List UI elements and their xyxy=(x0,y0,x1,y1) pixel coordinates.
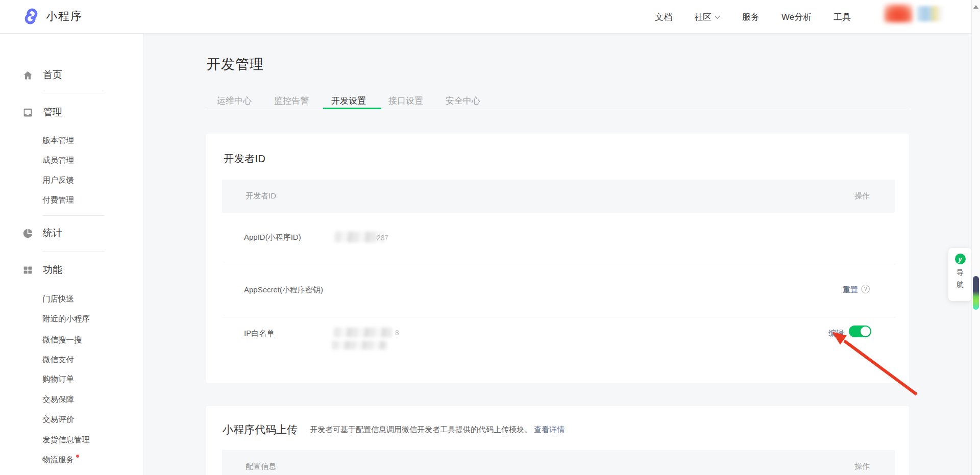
sidebar-divider xyxy=(42,215,105,216)
nav-tools[interactable]: 工具 xyxy=(834,11,851,23)
sidebar-item-logistics[interactable]: 物流服务 xyxy=(42,454,79,465)
developer-table-header: 开发者ID 操作 xyxy=(222,180,895,213)
ip-value-line1-redacted xyxy=(334,328,392,337)
miniprogram-logo-icon xyxy=(22,8,40,25)
code-upload-card: 小程序代码上传 开发者可基于配置信息调用微信开发者工具提供的代码上传模块。 查看… xyxy=(206,406,909,475)
sidebar-item-trade-review[interactable]: 交易评价 xyxy=(42,414,74,425)
tab-monitor-alerts[interactable]: 监控告警 xyxy=(274,95,309,107)
developer-id-title: 开发者ID xyxy=(224,152,266,166)
chevron-down-icon xyxy=(715,16,720,19)
sidebar-item-wechat-search[interactable]: 微信搜一搜 xyxy=(42,334,82,345)
tab-security-center[interactable]: 安全中心 xyxy=(446,95,480,107)
sidebar-item-store-delivery[interactable]: 门店快送 xyxy=(42,293,74,305)
top-nav: 文档 社区 服务 We分析 工具 xyxy=(655,0,851,34)
nav-docs[interactable]: 文档 xyxy=(655,11,672,23)
scrollbar-thumb[interactable] xyxy=(973,276,979,310)
sidebar-item-features[interactable]: 功能 xyxy=(22,264,62,276)
tab-api-settings[interactable]: 接口设置 xyxy=(388,95,423,107)
code-upload-title-row: 小程序代码上传 开发者可基于配置信息调用微信开发者工具提供的代码上传模块。 查看… xyxy=(223,422,565,437)
sidebar-divider xyxy=(42,252,105,252)
reset-link[interactable]: 重置 xyxy=(843,285,858,295)
sidebar-item-version-manage[interactable]: 版本管理 xyxy=(42,135,74,146)
header-developer-id: 开发者ID xyxy=(246,191,276,201)
ip-whitelist-toggle[interactable] xyxy=(849,326,871,337)
new-badge-dot xyxy=(76,455,79,458)
edit-link[interactable]: 编辑 xyxy=(828,329,844,338)
code-upload-description: 开发者可基于配置信息调用微信开发者工具提供的代码上传模块。 查看详情 xyxy=(310,425,565,435)
page-title: 开发管理 xyxy=(207,55,264,73)
row-divider xyxy=(222,317,895,317)
sidebar-item-nearby[interactable]: 附近的小程序 xyxy=(42,313,90,324)
appid-value-fragment: 287 xyxy=(377,234,388,242)
nav-widget-icon: y xyxy=(955,254,966,264)
top-bar: 小程序 文档 社区 服务 We分析 工具 xyxy=(0,0,980,34)
toggle-knob xyxy=(861,327,870,336)
header-actions: 操作 xyxy=(854,462,870,471)
appid-label: AppID(小程序ID) xyxy=(244,233,301,242)
nav-community[interactable]: 社区 xyxy=(694,11,720,23)
tab-bar: 运维中心 监控告警 开发设置 接口设置 安全中心 xyxy=(217,95,480,107)
view-details-link[interactable]: 查看详情 xyxy=(534,425,565,434)
nav-weanalysis[interactable]: We分析 xyxy=(781,11,812,23)
nav-service[interactable]: 服务 xyxy=(742,11,760,23)
ip-value-line2-redacted xyxy=(332,341,387,349)
help-icon[interactable]: ? xyxy=(861,285,870,293)
secondary-avatar-blurred[interactable] xyxy=(917,6,943,21)
tab-underline xyxy=(207,109,909,109)
sidebar: 首页 管理 版本管理 成员管理 用户反馈 付费管理 统计 功能 门店快送 附近的… xyxy=(0,34,144,475)
code-upload-title: 小程序代码上传 xyxy=(223,422,298,437)
developer-id-card: 开发者ID 开发者ID 操作 AppID(小程序ID) 287 AppSecre… xyxy=(206,134,909,383)
sidebar-item-statistics[interactable]: 统计 xyxy=(22,227,62,239)
sidebar-item-shopping-orders[interactable]: 购物订单 xyxy=(42,373,74,385)
header-config-info: 配置信息 xyxy=(246,462,276,471)
account-avatar-blurred[interactable] xyxy=(884,4,913,22)
sidebar-item-home[interactable]: 首页 xyxy=(22,69,62,81)
sidebar-item-manage[interactable]: 管理 xyxy=(22,106,62,118)
sidebar-item-trade-guarantee[interactable]: 交易保障 xyxy=(42,394,74,405)
scrollbar-track xyxy=(971,0,980,475)
logo-text: 小程序 xyxy=(46,9,83,24)
appsecret-label: AppSecret(小程序密钥) xyxy=(244,285,323,295)
tab-dev-settings[interactable]: 开发设置 xyxy=(331,95,366,107)
sidebar-item-user-feedback[interactable]: 用户反馈 xyxy=(42,174,74,186)
miniprogram-logo[interactable]: 小程序 xyxy=(22,8,83,25)
scrollbar-up-arrow[interactable] xyxy=(973,3,978,9)
sidebar-item-shipping-info[interactable]: 发货信息管理 xyxy=(42,434,90,445)
floating-nav-widget[interactable]: y 导 航 xyxy=(948,248,972,301)
sidebar-item-wechat-pay[interactable]: 微信支付 xyxy=(42,354,74,365)
nav-widget-label: 导 航 xyxy=(957,267,964,290)
config-table-header: 配置信息 操作 xyxy=(222,450,895,475)
home-icon xyxy=(22,70,33,81)
pie-chart-icon xyxy=(22,228,33,239)
sidebar-item-payment-manage[interactable]: 付费管理 xyxy=(42,194,74,206)
active-tab-indicator xyxy=(323,108,381,109)
ip-value-fragment: 8 xyxy=(395,329,399,337)
row-divider xyxy=(222,264,895,264)
inbox-icon xyxy=(22,107,33,118)
header-actions: 操作 xyxy=(854,191,870,201)
grid-icon xyxy=(22,265,33,276)
ip-whitelist-label: IP白名单 xyxy=(244,329,274,338)
tab-operations-center[interactable]: 运维中心 xyxy=(217,95,252,107)
sidebar-item-member-manage[interactable]: 成员管理 xyxy=(42,155,74,166)
sidebar-divider xyxy=(42,93,105,93)
